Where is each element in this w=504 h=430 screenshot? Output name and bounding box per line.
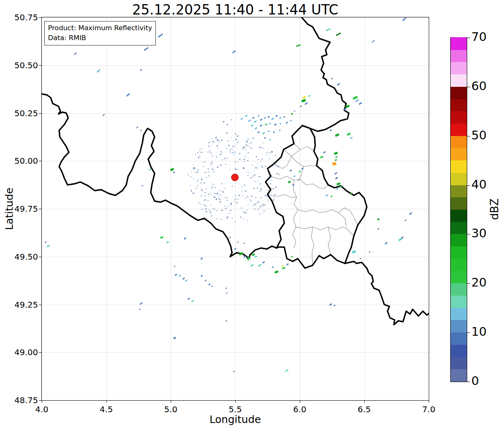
colorbar-tick-label: 50: [471, 128, 487, 142]
clutter-speck: [193, 169, 194, 170]
clutter-speck: [227, 198, 227, 198]
radar-echo: [268, 130, 270, 132]
colorbar-segment: [451, 86, 467, 99]
clutter-speck: [246, 145, 247, 146]
clutter-speck: [277, 173, 278, 174]
clutter-speck: [226, 132, 228, 134]
clutter-speck: [210, 192, 212, 193]
clutter-speck: [217, 194, 218, 194]
clutter-speck: [218, 196, 219, 197]
clutter-speck: [229, 150, 231, 151]
clutter-speck: [227, 158, 228, 158]
clutter-speck: [200, 182, 201, 183]
clutter-speck: [263, 205, 263, 206]
clutter-speck: [260, 184, 262, 184]
info-box-data-source: Data: RMIB: [48, 33, 152, 43]
clutter-speck: [247, 196, 248, 197]
clutter-speck: [221, 196, 222, 196]
colorbar-segment: [451, 99, 467, 111]
clutter-speck: [221, 140, 222, 141]
clutter-speck: [254, 209, 255, 210]
clutter-speck: [273, 199, 275, 201]
clutter-speck: [240, 217, 241, 218]
clutter-speck: [247, 146, 248, 146]
colorbar-segment: [451, 246, 467, 259]
clutter-speck: [205, 196, 206, 196]
clutter-speck: [217, 193, 218, 194]
colorbar-segment: [451, 369, 467, 382]
radar-echo: [126, 93, 130, 97]
radar-echo: [302, 96, 306, 99]
x-tick: [235, 400, 236, 403]
clutter-speck: [246, 144, 246, 145]
radar-echo: [308, 95, 311, 97]
clutter-speck: [212, 139, 213, 139]
radar-echo: [184, 237, 186, 240]
radar-echo: [230, 119, 232, 121]
clutter-speck: [260, 213, 260, 214]
district-border: [298, 208, 358, 225]
radar-echo: [268, 116, 270, 118]
colorbar-segment: [451, 197, 467, 210]
clutter-speck: [261, 167, 263, 168]
radar-echo: [201, 275, 203, 277]
colorbar-segment: [451, 222, 467, 234]
radar-echo: [272, 266, 274, 268]
clutter-speck: [205, 211, 207, 212]
clutter-speck: [234, 152, 235, 153]
clutter-speck: [227, 216, 228, 217]
radar-echo: [346, 132, 351, 136]
clutter-speck: [279, 174, 280, 175]
colorbar: [450, 37, 467, 382]
clutter-speck: [259, 185, 260, 186]
clutter-speck: [232, 217, 233, 218]
clutter-speck: [254, 203, 255, 204]
colorbar-segment: [451, 271, 467, 283]
clutter-speck: [254, 174, 255, 175]
clutter-speck: [263, 213, 263, 213]
radar-echo: [255, 127, 258, 130]
radar-echo: [253, 120, 257, 123]
clutter-speck: [267, 152, 268, 153]
radar-echo: [265, 124, 268, 126]
clutter-speck: [206, 177, 207, 178]
radar-echo: [225, 320, 227, 322]
radar-echo: [205, 280, 207, 282]
clutter-speck: [249, 147, 251, 148]
clutter-speck: [244, 212, 245, 213]
radar-echo: [402, 17, 406, 21]
clutter-speck: [217, 218, 218, 219]
chart-title: 25.12.2025 11:40 - 11:44 UTC: [42, 2, 429, 18]
clutter-speck: [245, 213, 246, 213]
clutter-speck: [257, 167, 258, 168]
radar-echo: [250, 264, 254, 267]
clutter-speck: [221, 151, 222, 152]
country-border: [302, 17, 349, 131]
clutter-speck: [205, 192, 206, 194]
y-tick: [39, 400, 42, 401]
clutter-speck: [265, 166, 266, 167]
radar-echo: [350, 137, 353, 139]
clutter-speck: [213, 141, 214, 142]
clutter-speck: [239, 153, 241, 155]
clutter-speck: [274, 197, 275, 198]
clutter-speck: [214, 209, 215, 210]
radar-echo: [288, 181, 291, 184]
clutter-speck: [208, 146, 210, 147]
radar-echo: [326, 28, 331, 31]
clutter-speck: [230, 153, 231, 154]
radar-echo: [330, 195, 332, 197]
radar-echo: [227, 124, 228, 125]
country-border: [345, 261, 429, 325]
radar-echo: [233, 370, 235, 373]
radar-echo: [275, 270, 279, 274]
clutter-speck: [234, 221, 235, 222]
clutter-speck: [272, 188, 274, 189]
clutter-speck: [220, 203, 221, 204]
radar-echo: [229, 236, 231, 238]
clutter-speck: [246, 141, 248, 142]
radar-echo: [255, 256, 258, 258]
x-tick: [171, 400, 171, 403]
radar-echo: [334, 172, 337, 174]
clutter-speck: [206, 189, 207, 189]
